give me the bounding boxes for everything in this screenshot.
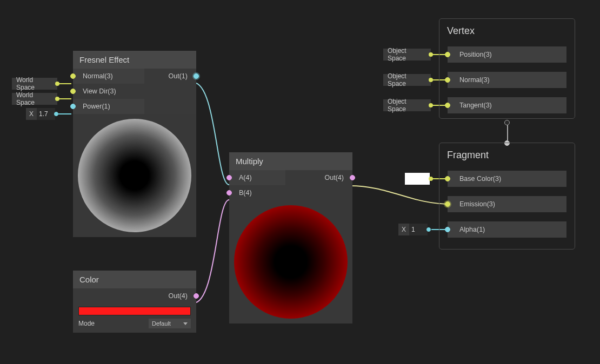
color-out-label: Out(4) [163,292,196,300]
fresnel-normal-port[interactable] [70,73,76,79]
fresnel-power-chip[interactable]: X [26,108,55,120]
fragment-alpha-label: Alpha(1) [448,226,490,233]
wire-fresnel-normal [58,83,71,84]
vertex-position-chip[interactable]: Object Space [383,49,431,60]
fresnel-power-input[interactable] [37,108,55,120]
fragment-alpha-input[interactable] [409,224,428,235]
vertex-position-label: Position(3) [448,51,497,58]
vertex-normal-port[interactable] [445,77,450,83]
chip-port [55,82,59,86]
fragment-alpha-chip[interactable]: X [398,224,428,235]
fragment-alpha-port[interactable] [445,227,450,232]
multiply-out-port[interactable] [350,175,355,180]
chip-port [54,112,58,116]
fresnel-viewdir-port[interactable] [70,89,76,94]
multiply-b-port[interactable] [226,190,232,196]
multiply-out-label: Out(4) [319,174,352,181]
fresnel-viewdir-chip[interactable]: World Space [12,93,57,105]
node-fresnel[interactable]: Fresnel Effect Normal(3) View Dir(3) Pow… [73,51,196,237]
fresnel-preview [73,114,196,237]
fragment-emission-port[interactable] [445,201,450,207]
vertex-title: Vertex [439,19,575,42]
fresnel-out-label: Out(1) [163,72,196,80]
vertex-tangent-row[interactable]: Tangent(3) [448,97,566,113]
color-mode-label: Mode [78,320,144,327]
fresnel-title: Fresnel Effect [73,51,196,69]
color-out-port[interactable] [194,293,199,299]
node-multiply[interactable]: Multiply A(4) B(4) Out(4) [229,152,352,323]
fragment-basecolor-label: Base Color(3) [448,175,506,183]
vertex-fragment-connector [504,120,510,146]
color-mode-dropdown[interactable]: Default [149,319,191,328]
multiply-title: Multiply [229,152,352,170]
vertex-tangent-chip[interactable]: Object Space [383,99,431,111]
vertex-position-port[interactable] [445,52,450,57]
fragment-title: Fragment [439,143,575,166]
vertex-tangent-label: Tangent(3) [448,102,497,109]
vertex-normal-chip[interactable]: Object Space [383,74,431,86]
multiply-a-label: A(4) [229,174,257,181]
fragment-emission-row[interactable]: Emission(3) [448,196,566,212]
fresnel-normal-label: Normal(3) [73,72,118,80]
vertex-normal-label: Normal(3) [448,76,495,84]
vertex-position-row[interactable]: Position(3) [448,46,566,63]
vertex-normal-row[interactable]: Normal(3) [448,72,566,88]
fragment-basecolor-row[interactable]: Base Color(3) [448,171,566,187]
fresnel-power-label: Power(1) [73,103,116,110]
node-color[interactable]: Color Out(4) Mode Default [73,271,196,333]
color-title: Color [73,271,196,288]
fresnel-normal-chip[interactable]: World Space [12,78,57,90]
color-swatch[interactable] [78,307,191,315]
fresnel-power-port[interactable] [70,104,76,109]
fragment-alpha-row[interactable]: Alpha(1) [448,221,566,238]
chip-port [55,97,59,101]
fragment-basecolor-chip[interactable] [405,173,430,185]
multiply-a-port[interactable] [226,175,232,180]
vertex-tangent-port[interactable] [445,103,450,108]
multiply-b-label: B(4) [229,189,257,197]
wire-fresnel-power [58,113,71,114]
fragment-basecolor-port[interactable] [445,176,450,181]
wire-fresnel-viewdir [58,98,71,99]
fragment-emission-label: Emission(3) [448,200,501,208]
fresnel-out-port[interactable] [194,73,199,79]
fresnel-viewdir-label: View Dir(3) [73,87,122,95]
multiply-preview [229,200,352,323]
